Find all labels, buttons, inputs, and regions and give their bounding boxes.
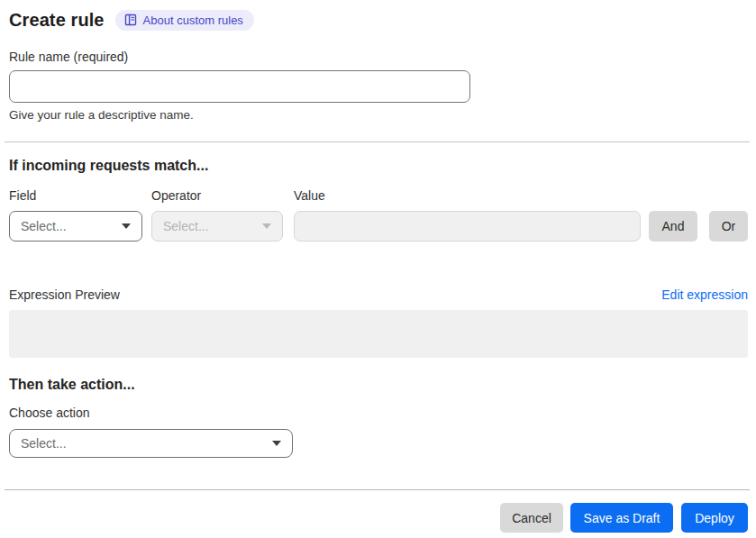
edit-expression-link[interactable]: Edit expression	[661, 287, 748, 302]
chevron-down-icon	[272, 441, 281, 446]
action-section-heading: Then take action...	[9, 377, 748, 393]
save-as-draft-button[interactable]: Save as Draft	[570, 503, 673, 533]
rule-name-helper-text: Give your rule a descriptive name.	[9, 108, 748, 122]
field-label: Field	[9, 188, 151, 203]
choose-action-select[interactable]: Select...	[9, 429, 293, 458]
operator-select-value: Select...	[163, 219, 209, 233]
expression-preview-label: Expression Preview	[9, 287, 120, 302]
choose-action-label: Choose action	[9, 406, 748, 420]
chevron-down-icon	[262, 223, 271, 229]
about-custom-rules-badge[interactable]: About custom rules	[115, 10, 254, 31]
chevron-down-icon	[122, 223, 131, 229]
section-divider	[5, 141, 750, 142]
rule-name-input[interactable]	[9, 70, 470, 103]
about-badge-label: About custom rules	[143, 14, 243, 27]
footer-actions: Cancel Save as Draft Deploy	[9, 503, 748, 533]
create-rule-page: Create rule About custom rules Rule name…	[0, 0, 756, 533]
and-button[interactable]: And	[649, 211, 697, 242]
value-label: Value	[294, 188, 748, 203]
or-button[interactable]: Or	[709, 211, 748, 242]
expression-preview-row: Expression Preview Edit expression	[9, 287, 748, 302]
page-title: Create rule	[9, 10, 105, 31]
operator-label: Operator	[151, 188, 294, 203]
footer-divider	[5, 489, 750, 490]
rule-name-label: Rule name (required)	[9, 50, 748, 64]
expression-preview-box	[9, 310, 748, 358]
value-input[interactable]	[294, 211, 641, 242]
field-select-value: Select...	[21, 219, 67, 233]
deploy-button[interactable]: Deploy	[681, 503, 748, 533]
cancel-button[interactable]: Cancel	[500, 503, 563, 533]
book-icon	[124, 14, 137, 26]
match-labels-row: Field Operator Value	[9, 188, 748, 203]
choose-action-select-value: Select...	[21, 436, 67, 451]
page-header: Create rule About custom rules	[9, 7, 748, 32]
match-section-heading: If incoming requests match...	[9, 158, 748, 174]
field-select[interactable]: Select...	[9, 211, 142, 242]
match-controls-row: Select... Select... And Or	[9, 211, 748, 242]
operator-select[interactable]: Select...	[151, 211, 283, 242]
